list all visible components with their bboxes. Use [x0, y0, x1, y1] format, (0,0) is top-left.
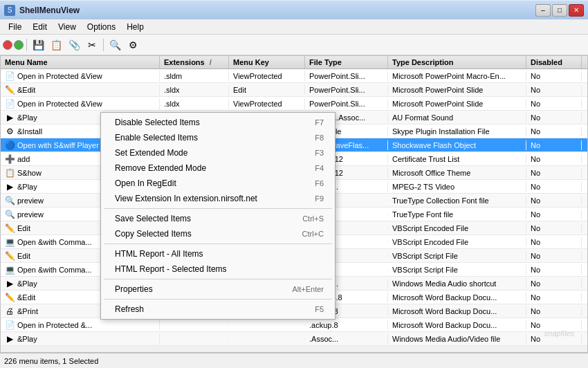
menu-file[interactable]: File [3, 21, 27, 33]
row-disabled: No [531, 196, 540, 205]
row-name: preview [17, 210, 44, 219]
app-icon: S [4, 5, 15, 16]
row-icon: ⚙ [5, 127, 15, 136]
col-type-desc[interactable]: Type Description [388, 56, 526, 68]
context-menu-item[interactable]: Disable Selected ItemsF7 [101, 115, 335, 130]
context-menu-label: HTML Report - All Items [115, 249, 324, 259]
row-name: &Play [17, 335, 37, 343]
context-menu-shortcut: F6 [315, 179, 324, 187]
row-disabled: No [531, 252, 540, 260]
row-disabled: No [531, 72, 540, 80]
menu-view[interactable]: View [53, 21, 82, 33]
context-menu-label: Remove Extended Mode [115, 163, 315, 173]
row-desc: AU Format Sound [392, 113, 453, 122]
row-disabled: No [531, 169, 540, 177]
context-menu-item[interactable]: HTML Report - All Items [101, 246, 335, 261]
context-menu-item[interactable]: RefreshF5 [101, 302, 335, 317]
context-menu-label: Enable Selected Items [115, 133, 315, 142]
row-name: &Edit [17, 293, 35, 302]
col-menu-name[interactable]: Menu Name [1, 56, 160, 68]
row-key: ViewProtected [233, 100, 282, 108]
minimize-button[interactable]: – [535, 4, 551, 17]
row-icon: ▶ [5, 182, 15, 192]
context-menu-separator [104, 279, 332, 279]
maximize-button[interactable]: □ [552, 4, 567, 17]
context-menu-item[interactable]: Copy Selected ItemsCtrl+C [101, 226, 335, 241]
col-disabled[interactable]: Disabled [526, 56, 582, 68]
context-menu-item[interactable]: Remove Extended ModeF4 [101, 160, 335, 176]
menu-options[interactable]: Options [82, 21, 121, 33]
row-disabled: No [531, 100, 540, 108]
row-disabled: No [531, 335, 540, 343]
row-name: &Play [17, 183, 37, 191]
row-icon: ▶ [5, 113, 15, 122]
row-desc: Shockwave Flash Object [392, 141, 476, 149]
col-file-type[interactable]: File Type [305, 56, 388, 68]
row-desc: MPEG-2 TS Video [392, 183, 454, 191]
row-desc: Microsoft Word Backup Docu... [392, 321, 497, 329]
row-disabled: No [531, 210, 540, 219]
context-menu-item[interactable]: View Extension In extension.nirsoft.netF… [101, 191, 335, 206]
row-desc: Windows Media Audio shortcut [392, 279, 496, 288]
row-name: S&how [17, 169, 42, 177]
context-menu-label: Disable Selected Items [115, 118, 315, 127]
row-desc: Microsoft PowerPoint Slide [392, 86, 483, 94]
title-bar: S ShellMenuView – □ ✕ [0, 0, 588, 19]
row-desc: Microsoft PowerPoint Macro-En... [392, 72, 506, 80]
row-desc: VBScript Script File [392, 252, 458, 260]
context-menu-shortcut: F3 [315, 149, 324, 157]
context-menu-item[interactable]: Set Extended ModeF3 [101, 145, 335, 160]
context-menu-item[interactable]: Enable Selected ItemsF8 [101, 130, 335, 145]
row-disabled: No [531, 238, 540, 246]
context-menu-label: Refresh [115, 304, 315, 314]
context-menu-label: View Extension In extension.nirsoft.net [115, 194, 315, 203]
table-row[interactable]: 📄Open in Protected &....ackup.8Microsoft… [1, 318, 587, 332]
row-name: preview [17, 196, 44, 205]
row-desc: VBScript Script File [392, 266, 458, 274]
table-row[interactable]: 📄Open in Protected &View.sldmViewProtect… [1, 69, 587, 83]
row-name: Open with S&wiff Player [17, 141, 99, 149]
cut-button[interactable]: ✂ [84, 37, 100, 53]
context-menu-shortcut: Ctrl+S [302, 214, 324, 223]
save-button[interactable]: 💾 [30, 37, 46, 53]
table-row[interactable]: ▶&Play.Assoc...Windows Media Audio/Video… [1, 332, 587, 346]
context-menu-item[interactable]: PropertiesAlt+Enter [101, 282, 335, 297]
row-icon: 🖨 [5, 306, 15, 316]
row-disabled: No [531, 141, 540, 149]
table-row[interactable]: ✏️&Edit.sldxEditPowerPoint.Sli...Microso… [1, 83, 587, 97]
menu-bar: File Edit View Options Help [0, 19, 588, 35]
copy-button[interactable]: 📋 [48, 37, 64, 53]
row-icon: ✏️ [5, 85, 15, 95]
context-menu-item[interactable]: Open In RegEditF6 [101, 176, 335, 191]
row-desc: Microsoft Word Backup Docu... [392, 293, 497, 302]
table-row[interactable]: 📄Open in Protected &View.sldxViewProtect… [1, 97, 587, 111]
menu-edit[interactable]: Edit [27, 21, 53, 33]
paste-button[interactable]: 📎 [66, 37, 82, 53]
row-desc: Microsoft PowerPoint Slide [392, 100, 483, 108]
row-desc: TrueType Font file [392, 210, 453, 219]
menu-help[interactable]: Help [121, 21, 149, 33]
close-button[interactable]: ✕ [569, 4, 584, 17]
col-menu-key[interactable]: Menu Key [229, 56, 305, 68]
context-menu-label: HTML Report - Selected Items [115, 264, 324, 274]
search-button[interactable]: 🔍 [107, 37, 123, 53]
table-header: Menu Name Extensions / Menu Key File Typ… [1, 56, 587, 69]
col-extensions[interactable]: Extensions / [160, 56, 229, 68]
row-disabled: No [531, 224, 540, 232]
context-menu-item[interactable]: Save Selected ItemsCtrl+S [101, 211, 335, 226]
context-menu-item[interactable]: HTML Report - Selected Items [101, 261, 335, 277]
row-icon: 🔍 [5, 210, 15, 219]
row-desc: Certificate Trust List [392, 155, 459, 163]
row-disabled: No [531, 321, 540, 329]
window-title: ShellMenuView [19, 6, 80, 15]
title-buttons: – □ ✕ [535, 4, 584, 17]
row-icon: 📄 [5, 71, 15, 81]
row-desc: Windows Media Audio/Video file [392, 335, 500, 343]
row-name: &Edit [17, 86, 35, 94]
settings-button[interactable]: ⚙ [125, 37, 141, 53]
row-key: ViewProtected [233, 72, 282, 80]
row-desc: Microsoft Word Backup Docu... [392, 307, 497, 315]
row-disabled: No [531, 86, 540, 94]
row-disabled: No [531, 266, 540, 274]
row-disabled: No [531, 279, 540, 288]
